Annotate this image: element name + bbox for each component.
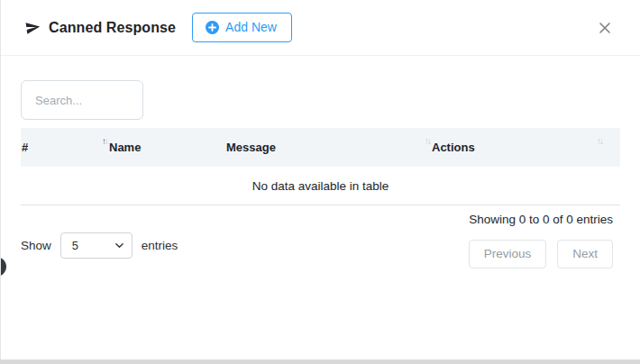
add-new-label: Add New: [225, 20, 277, 34]
column-header-name[interactable]: Name: [109, 128, 226, 167]
canned-response-modal: Canned Response Add New # ↑↓: [0, 0, 640, 359]
modal-body: # ↑↓ Name Message ↑↓ Actions ↑↓ No data …: [1, 56, 640, 268]
paper-plane-icon: [25, 20, 41, 35]
plus-circle-icon: [206, 21, 219, 34]
close-icon: [597, 25, 613, 39]
page-length-control: Show 5 entries: [21, 222, 178, 268]
title-group: Canned Response: [25, 20, 176, 36]
column-header-actions[interactable]: Actions ↑↓: [432, 128, 620, 167]
modal-header: Canned Response Add New: [1, 0, 640, 56]
column-label: Message: [226, 141, 276, 154]
entries-label: entries: [142, 239, 178, 252]
column-label: #: [22, 141, 28, 154]
pagination-summary: Showing 0 to 0 of 0 entries: [469, 213, 613, 226]
pagination-buttons: Previous Next: [469, 240, 613, 268]
column-header-hash[interactable]: # ↑↓: [21, 128, 109, 167]
modal-title: Canned Response: [49, 20, 176, 36]
close-button[interactable]: [593, 16, 617, 40]
add-new-button[interactable]: Add New: [192, 13, 292, 42]
sort-icon: ↑↓: [425, 136, 432, 146]
search-input[interactable]: [21, 80, 143, 120]
show-label: Show: [21, 239, 51, 252]
table-empty-row: No data available in table: [21, 167, 620, 205]
sort-icon: ↑↓: [597, 136, 604, 146]
page-size-select[interactable]: 5: [60, 232, 133, 259]
table-header-row: # ↑↓ Name Message ↑↓ Actions ↑↓: [21, 128, 620, 167]
previous-button[interactable]: Previous: [469, 240, 547, 268]
table-footer: Show 5 entries Showing 0 to 0 of 0 entri…: [21, 217, 620, 268]
page-background-strip: [0, 359, 640, 364]
column-header-message[interactable]: Message ↑↓: [226, 128, 432, 167]
empty-message: No data available in table: [252, 179, 389, 193]
column-label: Actions: [432, 141, 475, 154]
pagination-control: Showing 0 to 0 of 0 entries Previous Nex…: [469, 213, 613, 268]
next-button[interactable]: Next: [557, 240, 613, 268]
sort-icon: ↑↓: [102, 136, 109, 146]
column-label: Name: [109, 141, 141, 154]
